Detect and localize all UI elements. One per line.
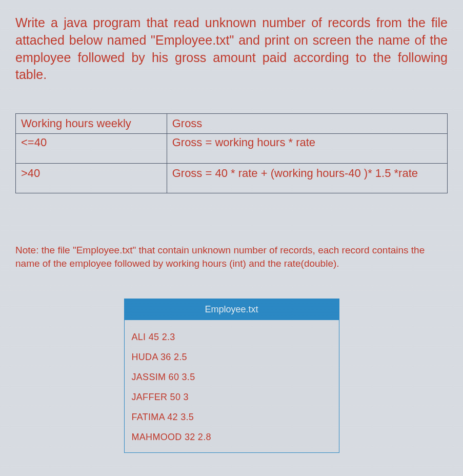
problem-statement: Write a java program that read unknown n… [15,14,448,84]
file-record: JAFFER 50 3 [132,387,332,407]
header-gross: Gross [167,114,447,134]
file-record: ALI 45 2.3 [132,327,332,347]
file-record: JASSIM 60 3.5 [132,367,332,387]
gross-rules-table: Working hours weekly Gross <=40 Gross = … [15,113,448,193]
file-body: ALI 45 2.3 HUDA 36 2.5 JASSIM 60 3.5 JAF… [125,320,339,452]
file-preview-box: Employee.txt ALI 45 2.3 HUDA 36 2.5 JASS… [124,299,339,453]
file-record: FATIMA 42 3.5 [132,407,332,427]
table-row: >40 Gross = 40 * rate + (working hours-4… [16,164,448,193]
file-record: HUDA 36 2.5 [132,347,332,367]
file-record: MAHMOOD 32 2.8 [132,427,332,447]
cell-hours: <=40 [16,134,167,164]
cell-hours: >40 [16,164,167,193]
note-text: Note: the file "Employee.txt" that conta… [15,244,448,270]
table-header-row: Working hours weekly Gross [16,114,448,134]
table-row: <=40 Gross = working hours * rate [16,134,448,164]
header-hours: Working hours weekly [16,114,167,134]
file-header: Employee.txt [125,299,339,320]
cell-gross: Gross = 40 * rate + (working hours-40 )*… [167,164,447,193]
cell-gross: Gross = working hours * rate [167,134,447,164]
